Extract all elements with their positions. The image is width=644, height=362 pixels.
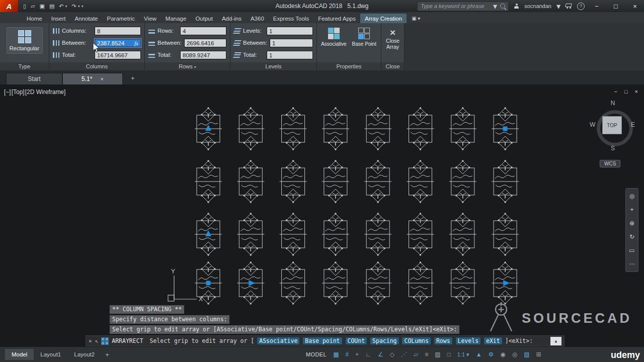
array-item-r3c6[interactable] bbox=[449, 261, 476, 304]
viewcube-top-face[interactable]: TOP bbox=[602, 116, 622, 134]
viewcube-north[interactable]: N bbox=[589, 100, 637, 107]
array-item-r1c7[interactable] bbox=[492, 160, 519, 203]
status-infer-constraints-button[interactable]: + bbox=[355, 351, 359, 358]
viewport-menu-control[interactable]: [−] bbox=[4, 88, 11, 96]
status-annotation-monitor-button[interactable]: ◉ bbox=[500, 351, 505, 358]
redo-dropdown-icon[interactable]: ▾ bbox=[78, 4, 80, 9]
status-workspace-button[interactable]: ⚙ bbox=[489, 351, 494, 358]
command-close-icon[interactable]: × bbox=[89, 338, 92, 344]
array-item-r0c5[interactable] bbox=[407, 107, 434, 150]
file-tab-5-1[interactable]: 5.1*× bbox=[62, 73, 123, 85]
cmd-option-spacing[interactable]: Spacing bbox=[370, 337, 398, 344]
cmd-option-count[interactable]: COUnt bbox=[346, 337, 367, 344]
search-icon[interactable] bbox=[500, 4, 505, 9]
viewcube-south[interactable]: S bbox=[589, 145, 637, 152]
status-transparency-button[interactable]: ▨ bbox=[435, 351, 440, 358]
status-annotation-visibility-button[interactable]: ▲ bbox=[476, 351, 482, 358]
layout-tab-layout1[interactable]: Layout1 bbox=[34, 349, 67, 360]
qat-menu-icon[interactable]: ▾ bbox=[82, 4, 84, 9]
drawing-close-button[interactable]: × bbox=[635, 88, 638, 95]
status-ortho-mode-button[interactable]: ∟ bbox=[365, 351, 371, 358]
array-item-r0c6[interactable] bbox=[449, 107, 476, 150]
search-input[interactable]: Type a keyword or phrase ▾ bbox=[417, 2, 509, 11]
ribbon-tab-array-creation[interactable]: Array Creation bbox=[360, 14, 407, 23]
command-line-input[interactable]: × ↖ ARRAYRECT Select grip to edit array … bbox=[86, 335, 565, 346]
ribbon-tab-express-tools[interactable]: Express Tools bbox=[269, 14, 313, 23]
array-item-r3c5[interactable] bbox=[407, 261, 434, 304]
array-item-r2c1[interactable] bbox=[237, 213, 264, 255]
array-item-r1c3[interactable] bbox=[322, 160, 349, 203]
status-object-snap-button[interactable]: ▱ bbox=[414, 351, 418, 358]
undo-icon[interactable]: ↶ bbox=[59, 3, 63, 10]
array-item-r3c3[interactable] bbox=[322, 261, 349, 304]
levels-total-field[interactable]: 1 bbox=[267, 51, 313, 59]
array-item-r2c5[interactable] bbox=[407, 213, 434, 255]
status-isometric-drafting-button[interactable]: ◇ bbox=[390, 351, 394, 358]
window-close-button[interactable]: × bbox=[628, 3, 642, 10]
ribbon-tab-manage[interactable]: Manage bbox=[161, 14, 191, 23]
array-item-r2c6[interactable] bbox=[449, 213, 476, 255]
columns-count-field[interactable]: 8 bbox=[95, 27, 141, 35]
undo-dropdown-icon[interactable]: ▾ bbox=[65, 4, 67, 9]
array-grip-arrow-up[interactable] bbox=[205, 230, 211, 236]
array-item-r1c5[interactable] bbox=[407, 160, 434, 203]
zoom-icon[interactable]: ⊕ bbox=[629, 220, 634, 227]
panel-label-rows[interactable]: Rows▾ bbox=[145, 62, 230, 70]
columns-total-field[interactable]: 16714.9667 bbox=[95, 51, 141, 59]
status-annotation-scale-button[interactable]: 1:1 ▾ bbox=[457, 351, 469, 358]
file-tab-close-icon[interactable]: × bbox=[100, 76, 103, 82]
ribbon-display-toggle[interactable]: ▣ ▾ bbox=[412, 16, 420, 23]
rows-count-field[interactable]: 4 bbox=[180, 27, 226, 35]
cmd-option-exit[interactable]: eXit bbox=[484, 337, 502, 344]
command-history-toggle-button[interactable]: ▲ bbox=[550, 337, 561, 345]
ribbon-tab-add-ins[interactable]: Add-ins bbox=[217, 14, 246, 23]
status-polar-tracking-button[interactable]: ∠ bbox=[378, 351, 383, 358]
array-grip-square[interactable] bbox=[503, 127, 508, 131]
help-icon[interactable]: ? bbox=[577, 3, 585, 10]
save-icon[interactable]: ▣ bbox=[40, 3, 45, 10]
status-grid-display-button[interactable]: ▦ bbox=[333, 351, 339, 358]
rectangular-array-button[interactable]: Rectangular bbox=[7, 27, 43, 54]
cmd-option-associative[interactable]: ASsociative bbox=[257, 337, 299, 344]
full-navigation-wheel-icon[interactable]: ◎ bbox=[629, 193, 634, 200]
wcs-dropdown[interactable]: WCS bbox=[600, 160, 620, 167]
new-layout-button[interactable]: + bbox=[105, 351, 109, 358]
columns-between-field[interactable]: 2387.8524 fx bbox=[95, 39, 141, 47]
viewcube[interactable]: N TOP W E S bbox=[589, 100, 637, 156]
open-icon[interactable]: ▱ bbox=[31, 3, 35, 10]
drawing-area[interactable]: Y X [−][Top][2D Wireframe] − □ × N TOP W… bbox=[0, 84, 644, 347]
levels-between-field[interactable]: 1 bbox=[270, 39, 313, 47]
array-item-r1c0[interactable] bbox=[195, 160, 222, 203]
ribbon-tab-home[interactable]: Home bbox=[22, 14, 47, 23]
ribbon-tab-view[interactable]: View bbox=[139, 14, 161, 23]
layout-tab-layout2[interactable]: Layout2 bbox=[67, 349, 101, 360]
signin-user-icon[interactable] bbox=[514, 4, 519, 9]
status-clean-screen-button[interactable]: ⊞ bbox=[536, 351, 541, 358]
cmd-option-levels[interactable]: Levels bbox=[456, 337, 481, 344]
status-snap-mode-button[interactable]: # bbox=[345, 351, 349, 358]
view-control[interactable]: [Top] bbox=[12, 88, 25, 96]
plot-icon[interactable]: ▤ bbox=[49, 3, 54, 10]
layout-tab-model[interactable]: Model bbox=[5, 349, 34, 360]
array-grip-arrow-up[interactable] bbox=[205, 125, 211, 131]
array-item-r0c2[interactable] bbox=[280, 107, 307, 150]
status-lineweight-button[interactable]: ≡ bbox=[425, 351, 428, 358]
viewcube-west[interactable]: W bbox=[590, 121, 595, 128]
status-isolate-objects-button[interactable]: ◎ bbox=[512, 351, 517, 358]
visual-style-control[interactable]: [2D Wireframe] bbox=[25, 88, 66, 96]
array-item-r0c1[interactable] bbox=[237, 107, 264, 150]
drawing-restore-button[interactable]: □ bbox=[624, 88, 628, 95]
window-maximize-button[interactable]: □ bbox=[609, 3, 623, 10]
signed-in-user[interactable]: socnandan bbox=[524, 3, 551, 9]
array-grip-square[interactable] bbox=[206, 281, 211, 286]
status-selection-cycling-button[interactable]: □ bbox=[447, 351, 451, 358]
ribbon-tab-featured-apps[interactable]: Featured Apps bbox=[313, 14, 360, 23]
array-item-r1c1[interactable] bbox=[237, 160, 264, 203]
array-item-r2c4[interactable] bbox=[364, 213, 391, 255]
redo-icon[interactable]: ↷ bbox=[72, 3, 76, 10]
base-point-button[interactable]: Base Point bbox=[351, 25, 378, 62]
rows-total-field[interactable]: 8089.9247 bbox=[180, 51, 226, 59]
levels-count-field[interactable]: 1 bbox=[267, 27, 313, 35]
fx-expression-icon[interactable]: fx bbox=[134, 39, 138, 47]
orbit-icon[interactable]: ↻ bbox=[629, 233, 634, 240]
